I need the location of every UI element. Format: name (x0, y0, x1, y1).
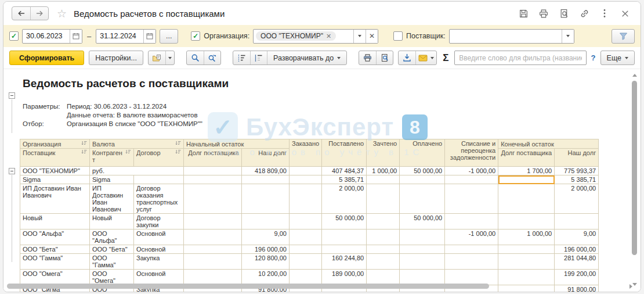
table-cell[interactable]: Договор закупки (134, 214, 184, 230)
period-from-value[interactable]: 30.06.2023 (23, 30, 70, 43)
more-menu-icon[interactable] (599, 8, 610, 19)
table-cell[interactable]: Закупка (134, 254, 184, 270)
col-header-contractor[interactable]: Контрагент (90, 149, 134, 167)
col-header-our-debt-opening[interactable]: Наш долг (242, 149, 290, 167)
table-cell[interactable]: 50 000,00 (322, 214, 367, 230)
col-header-currency[interactable]: Валюта (90, 139, 184, 149)
table-cell[interactable] (400, 230, 445, 245)
table-cell[interactable]: Основной (134, 230, 184, 245)
table-cell[interactable]: 50 000,00 (400, 167, 445, 175)
table-cell[interactable]: 5 385,71 (322, 175, 367, 184)
table-cell[interactable]: ООО "Бета" (90, 245, 134, 254)
table-cell[interactable]: ООО "Альфа" (20, 230, 90, 245)
period-to-field[interactable]: 31.12.2024 (96, 29, 156, 44)
table-cell[interactable] (400, 245, 445, 254)
print-icon[interactable] (538, 8, 549, 19)
generate-button[interactable]: Сформировать (9, 51, 84, 65)
table-cell[interactable]: 2 000,00 (322, 184, 367, 214)
settings-button[interactable]: Настройки... (89, 51, 143, 65)
table-cell[interactable]: 50 000,00 (400, 214, 445, 230)
table-cell[interactable] (400, 184, 445, 214)
table-cell[interactable] (242, 214, 290, 230)
table-cell[interactable] (322, 230, 367, 245)
collapse-report-header-toggle[interactable] (9, 92, 15, 99)
table-cell[interactable] (498, 254, 555, 270)
table-cell[interactable]: ООО "Гамма" (20, 254, 90, 270)
col-header-ordered[interactable]: Заказано (290, 139, 322, 167)
period-more-button[interactable]: ... (160, 29, 178, 44)
table-cell[interactable] (498, 245, 555, 254)
table-cell[interactable]: 9,00 (242, 230, 290, 245)
table-cell[interactable] (184, 175, 242, 184)
table-cell[interactable] (367, 175, 400, 184)
calendar-icon[interactable] (143, 30, 155, 43)
table-cell[interactable] (367, 184, 400, 214)
organization-field[interactable]: ООО "ТЕХНОМИР" ✕ ✕ (253, 29, 378, 44)
table-cell[interactable]: 1 000,00 (367, 167, 400, 175)
search-next-button[interactable] (204, 51, 220, 64)
calendar-icon[interactable] (70, 30, 82, 43)
vertical-scrollbar-thumb[interactable] (632, 81, 637, 255)
table-cell[interactable] (290, 254, 322, 270)
email-button[interactable] (415, 51, 436, 64)
table-cell[interactable] (445, 245, 498, 254)
table-cell[interactable] (445, 184, 498, 214)
expand-all-button[interactable] (250, 51, 267, 64)
scroll-right-arrow[interactable] (629, 284, 632, 289)
organization-token[interactable]: ООО "ТЕХНОМИР" ✕ (256, 31, 336, 41)
table-cell[interactable]: Основной (134, 245, 184, 254)
table-cell[interactable] (322, 245, 367, 254)
col-header-contract[interactable]: Договор (134, 149, 184, 167)
table-cell[interactable]: 1 700,00 (498, 167, 555, 175)
table-cell[interactable] (184, 167, 242, 175)
table-cell[interactable]: ИП Доставкин Иван Иванович (90, 184, 134, 214)
table-cell[interactable]: Sigma (90, 175, 134, 184)
table-cell[interactable] (290, 167, 322, 175)
filter-settings-button[interactable] (612, 29, 635, 44)
table-cell[interactable]: ООО "Гамма" (90, 254, 134, 270)
horizontal-scrollbar-thumb[interactable] (7, 284, 489, 289)
table-cell[interactable] (367, 245, 400, 254)
scroll-up-arrow[interactable] (632, 74, 637, 77)
table-cell[interactable] (290, 184, 322, 214)
print-preview-button[interactable] (376, 51, 393, 64)
col-header-organization[interactable]: Организация (20, 139, 90, 149)
table-cell[interactable] (400, 254, 445, 270)
horizontal-scrollbar[interactable] (7, 282, 625, 290)
table-cell[interactable] (498, 184, 555, 214)
table-cell[interactable]: Sigma (20, 175, 90, 184)
table-cell[interactable] (400, 175, 445, 184)
link-icon[interactable] (579, 8, 589, 19)
table-cell[interactable] (184, 245, 242, 254)
download-button[interactable] (399, 51, 415, 64)
table-cell[interactable] (242, 175, 290, 184)
table-cell[interactable] (184, 230, 242, 245)
search-button[interactable] (187, 51, 204, 64)
table-cell[interactable]: 5 385,71 (555, 175, 599, 184)
table-cell[interactable] (290, 175, 322, 184)
back-button[interactable] (12, 7, 30, 20)
vertical-scrollbar[interactable] (630, 73, 639, 280)
col-header-supplier-debt-opening[interactable]: Долг поставщика (184, 149, 242, 167)
close-icon[interactable] (620, 8, 630, 19)
token-remove-icon[interactable]: ✕ (326, 33, 331, 40)
supplier-checkbox[interactable] (393, 31, 403, 41)
table-cell[interactable]: -1 000,00 (445, 230, 498, 245)
table-cell[interactable]: 1 000,00 (498, 230, 555, 245)
save-icon[interactable] (518, 8, 529, 19)
organization-checkbox[interactable]: ✓ (191, 31, 200, 41)
table-cell[interactable] (242, 184, 290, 214)
more-button[interactable]: Еще (600, 51, 635, 65)
col-header-paid[interactable]: Оплачено (400, 139, 445, 167)
table-cell[interactable]: 196 000,00 (555, 245, 599, 254)
print-button[interactable] (359, 51, 376, 64)
table-cell[interactable] (184, 214, 242, 230)
table-cell[interactable]: Новый (20, 214, 90, 230)
table-cell[interactable]: ООО "ТЕХНОМИР" (20, 167, 90, 175)
quick-filter-input[interactable] (454, 51, 586, 65)
table-cell[interactable]: ИП Доставкин Иван Иванович (20, 184, 90, 214)
table-cell[interactable]: ООО "Бета" (20, 245, 90, 254)
table-cell[interactable] (367, 254, 400, 270)
col-header-opening-balance[interactable]: Начальный остаток (184, 139, 290, 149)
table-cell[interactable]: 2 000,00 (555, 184, 599, 214)
